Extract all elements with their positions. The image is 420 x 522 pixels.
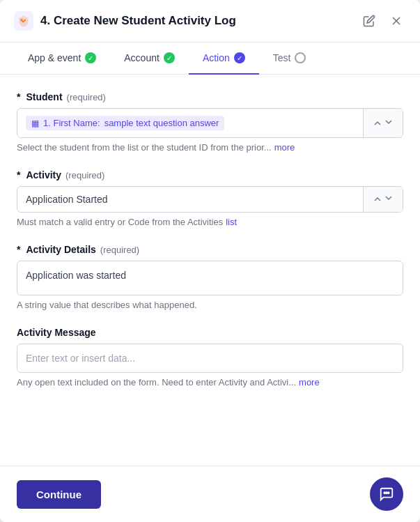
activity-message-field-group: Activity Message Enter text or insert da… [17,327,403,387]
tab-test-label: Test [273,52,291,63]
modal-header: 4. Create New Student Activity Log [0,0,420,43]
tab-account-label: Account [124,52,160,63]
student-sort-button[interactable] [363,109,403,137]
close-button[interactable] [387,11,406,31]
student-field-group: * Student (required) ▦ 1. First Name: sa… [17,91,403,153]
activity-message-label: Activity Message [17,327,403,338]
tab-action[interactable]: Action ✓ [189,43,259,75]
tab-app-event[interactable]: App & event ✓ [14,43,110,75]
activity-message-more-link[interactable]: more [299,377,320,387]
edit-button[interactable] [360,12,378,30]
app-logo [14,11,33,31]
activity-message-helper: Any open text included on the form. Need… [17,377,403,387]
activity-list-link[interactable]: list [226,217,237,227]
tab-action-check: ✓ [234,52,245,63]
student-label: * Student (required) [17,91,403,102]
tab-app-event-check: ✓ [85,52,96,63]
tab-test[interactable]: Test [259,43,320,75]
activity-details-label: * Activity Details (required) [17,244,403,255]
activity-field-group: * Activity (required) Application Starte… [17,169,403,227]
tab-action-label: Action [203,52,230,63]
student-tag[interactable]: ▦ 1. First Name: sample text question an… [26,116,224,130]
modal-footer: Continue [0,466,420,522]
activity-helper: Must match a valid entry or Code from th… [17,217,403,227]
tag-label: 1. First Name: [43,118,100,128]
activity-select-value[interactable]: Application Started [17,187,363,212]
svg-point-3 [384,492,385,493]
student-input[interactable]: ▦ 1. First Name: sample text question an… [17,109,363,137]
activity-message-placeholder[interactable]: Enter text or insert data... [17,344,403,372]
tag-placeholder: sample text question answer [104,118,219,128]
activity-message-textarea-wrapper[interactable]: Enter text or insert data... [17,344,403,373]
tag-icon: ▦ [31,118,39,128]
chat-button[interactable] [370,477,403,511]
activity-details-textarea-wrapper[interactable]: Application was started [17,261,403,295]
student-input-wrapper[interactable]: ▦ 1. First Name: sample text question an… [17,108,403,138]
activity-details-value[interactable]: Application was started [17,261,403,295]
activity-details-helper: A string value that describes what happe… [17,300,403,310]
student-helper: Select the student from the list or the … [17,142,403,153]
student-more-link[interactable]: more [274,142,295,153]
form-content: * Student (required) ▦ 1. First Name: sa… [0,75,420,522]
svg-point-4 [386,492,387,493]
continue-button[interactable]: Continue [17,480,101,509]
tab-account-check: ✓ [164,52,175,63]
tab-account[interactable]: Account ✓ [110,43,189,75]
tabs-bar: App & event ✓ Account ✓ Action ✓ Test [0,43,420,75]
modal-title: 4. Create New Student Activity Log [40,14,236,28]
tab-app-event-label: App & event [28,52,81,63]
tab-test-radio [295,52,306,63]
activity-select[interactable]: Application Started [17,186,403,213]
modal-container: 4. Create New Student Activity Log App &… [0,0,420,522]
svg-point-5 [388,492,389,493]
activity-label: * Activity (required) [17,169,403,181]
header-left: 4. Create New Student Activity Log [14,11,236,31]
activity-sort-button[interactable] [363,187,403,212]
svg-rect-0 [21,19,23,21]
header-actions [360,11,406,31]
activity-details-field-group: * Activity Details (required) Applicatio… [17,244,403,310]
